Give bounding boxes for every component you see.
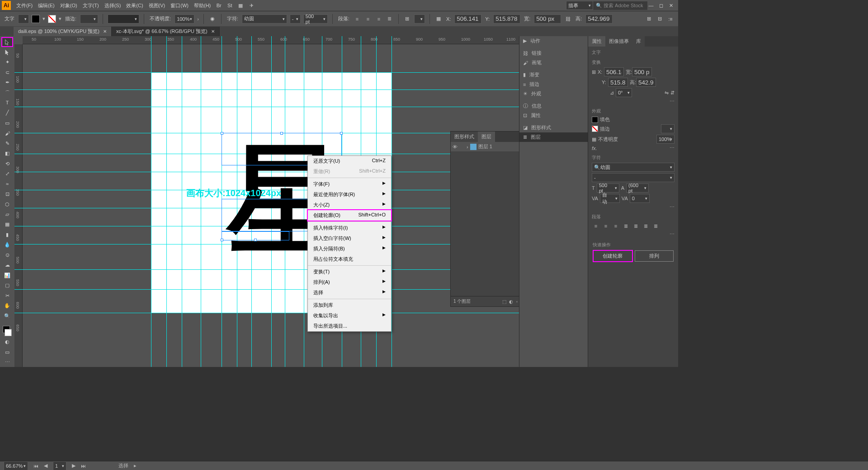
ctx-item[interactable]: 变换(T)▶: [308, 267, 391, 277]
scale-tool[interactable]: ⤢: [1, 169, 13, 179]
prop-leading[interactable]: (600 pt: [626, 183, 649, 193]
panel-layers[interactable]: ≣图层: [519, 132, 588, 142]
window-close[interactable]: ✕: [667, 3, 675, 8]
create-outlines-button[interactable]: 创建轮廓: [593, 250, 633, 262]
curvature-tool[interactable]: ⌒: [1, 88, 13, 97]
align-panel-icon[interactable]: ⊞: [403, 15, 411, 23]
align-left-icon[interactable]: ≡: [353, 15, 361, 23]
arrange-button[interactable]: 排列: [635, 250, 674, 262]
menu-type[interactable]: 文字(T): [80, 2, 102, 9]
ctx-item[interactable]: 添加到库: [308, 300, 391, 310]
brush-dd[interactable]: [108, 14, 139, 24]
expand-icon[interactable]: ›: [467, 144, 468, 150]
pref-icon[interactable]: ⊟: [656, 15, 664, 23]
width-tool[interactable]: ≈: [1, 179, 13, 188]
panel-attrs[interactable]: ⊡属性: [519, 111, 588, 120]
more-options-icon[interactable]: ⋯: [670, 99, 675, 104]
lasso-tool[interactable]: ⊂: [1, 67, 13, 77]
align-dd[interactable]: [414, 14, 425, 24]
ctx-item[interactable]: 选择▶: [308, 287, 391, 298]
eyedropper-tool[interactable]: 💧: [1, 240, 13, 249]
tab-xc[interactable]: xc-本职.svg* @ 66.67% (RGB/GPU 预览)✕: [112, 27, 220, 36]
panel-stroke[interactable]: ≡描边: [519, 80, 588, 89]
ctx-item[interactable]: 创建轮廓(O)Shift+Ctrl+O: [308, 210, 391, 221]
ruler-vertical[interactable]: 50100150200250300350400450500550600650: [14, 44, 23, 367]
graph-tool[interactable]: 📊: [1, 270, 13, 280]
edit-toolbar[interactable]: ⋯: [1, 357, 13, 367]
prop-x[interactable]: [604, 67, 624, 76]
hand-tool[interactable]: ✋: [1, 301, 13, 310]
menu-window[interactable]: 窗口(W): [168, 2, 191, 9]
tab-graphic-styles[interactable]: 图形样式: [451, 132, 478, 142]
fill-swatch[interactable]: [32, 15, 40, 23]
canvas[interactable]: 5010015020025030035040045050055060065070…: [14, 36, 519, 367]
setup-icon[interactable]: ⊞: [645, 15, 653, 23]
stroke-weight[interactable]: [80, 14, 98, 24]
panel-actions[interactable]: ▶动作: [519, 36, 588, 46]
prop-kerning[interactable]: 0: [630, 194, 650, 203]
search-adobe-stock[interactable]: 🔍 搜索 Adobe Stock: [593, 1, 647, 10]
transform-icon[interactable]: ▦: [434, 15, 443, 23]
screen-mode[interactable]: ▭: [1, 347, 13, 357]
h-input[interactable]: [585, 14, 613, 24]
panel-info[interactable]: ⓘ信息: [519, 101, 588, 111]
para-justify-l[interactable]: ≣: [622, 222, 630, 230]
tab-libraries[interactable]: 库: [632, 36, 645, 47]
gpu-icon[interactable]: ✈: [248, 2, 255, 9]
workspace-switcher[interactable]: 描摹: [566, 1, 593, 10]
shaper-tool[interactable]: ✎: [1, 139, 13, 148]
menu-object[interactable]: 对象(O): [57, 2, 80, 9]
symbol-tool[interactable]: ☁: [1, 260, 13, 270]
bridge-icon[interactable]: Br: [215, 2, 222, 9]
panel-brushes[interactable]: 🖌画笔: [519, 58, 588, 67]
ctx-item[interactable]: 字体(F)▶: [308, 179, 391, 189]
line-tool[interactable]: ╱: [1, 108, 13, 118]
stroke-dd[interactable]: ▾: [59, 16, 61, 22]
slice-tool[interactable]: ✂: [1, 291, 13, 300]
menu-file[interactable]: 文件(F): [14, 2, 35, 9]
ctx-item[interactable]: 还原文字(U)Ctrl+Z: [308, 156, 391, 166]
gradient-tool[interactable]: ▮: [1, 230, 13, 240]
visibility-icon[interactable]: 👁: [453, 144, 458, 150]
ctx-item[interactable]: 插入特殊字符(I)▶: [308, 223, 391, 233]
panel-links[interactable]: ⛓链接: [519, 48, 588, 58]
align-justify-icon[interactable]: ≣: [386, 15, 394, 23]
arrange-icon[interactable]: ▦: [237, 2, 244, 9]
ctx-item[interactable]: 最近使用的字体(R)▶: [308, 189, 391, 200]
tab-image-trace[interactable]: 图像描摹: [605, 36, 632, 47]
prop-h[interactable]: [636, 78, 656, 87]
ctx-item[interactable]: 排列(A)▶: [308, 277, 391, 287]
prop-w[interactable]: [632, 67, 652, 76]
more-options-icon[interactable]: ⋯: [670, 204, 675, 210]
prop-angle[interactable]: 0°: [616, 88, 632, 97]
pen-tool[interactable]: ✒: [1, 78, 13, 87]
flip-h-icon[interactable]: ⇋: [665, 90, 669, 96]
para-justify-all[interactable]: ≣: [651, 222, 660, 230]
x-input[interactable]: [454, 14, 481, 24]
more-icon[interactable]: :≡: [666, 15, 675, 23]
ctx-item[interactable]: 大小(Z)▶: [308, 200, 391, 210]
font-size[interactable]: 500 pt: [303, 14, 328, 24]
char-dd[interactable]: [18, 14, 29, 24]
stroke-swatch[interactable]: [592, 126, 598, 132]
font-style[interactable]: -: [290, 14, 301, 24]
wand-tool[interactable]: ✦: [1, 57, 13, 67]
opacity-arrow[interactable]: ›: [197, 16, 199, 22]
ctx-item[interactable]: 收集以导出▶: [308, 310, 391, 321]
fill-stroke-swatch[interactable]: [1, 325, 13, 337]
rotate-tool[interactable]: ⟲: [1, 159, 13, 168]
artboard-tool[interactable]: ▢: [1, 281, 13, 290]
free-transform-tool[interactable]: ⊡: [1, 189, 13, 199]
w-input[interactable]: [534, 14, 561, 24]
prop-font[interactable]: 🔍 幼圆: [592, 163, 675, 172]
y-input[interactable]: [493, 14, 520, 24]
ruler-horizontal[interactable]: 5010015020025030035040045050055060065070…: [23, 36, 519, 44]
brush-tool[interactable]: 🖌: [1, 128, 13, 138]
color-mode[interactable]: ◐: [1, 337, 13, 347]
type-tool[interactable]: T: [1, 98, 13, 108]
tab-daili[interactable]: daili.eps @ 100% (CMYK/GPU 预览)✕: [14, 27, 112, 36]
selection-tool[interactable]: [1, 37, 13, 47]
prop-tracking[interactable]: 自动: [600, 194, 620, 203]
stock-icon[interactable]: St: [226, 2, 233, 9]
para-align-center[interactable]: ≡: [602, 222, 610, 230]
